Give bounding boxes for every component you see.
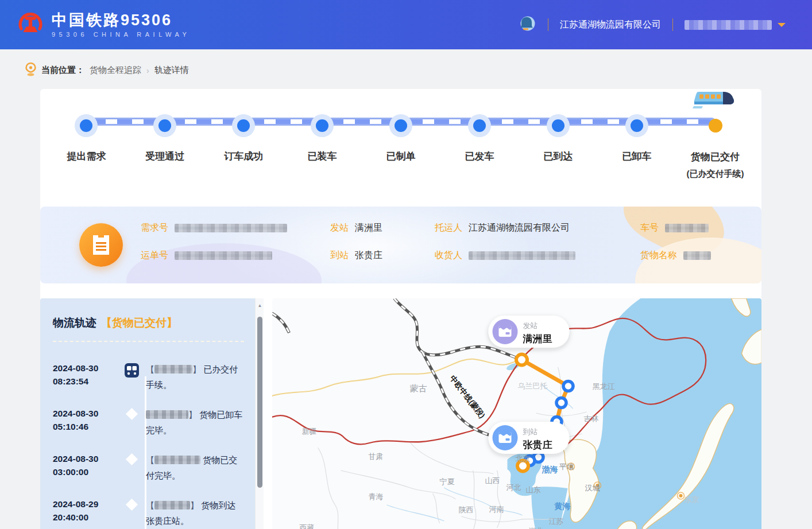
field-value: 满洲里 [355, 222, 382, 234]
china-railway-logo-icon [17, 10, 44, 39]
station-name-redacted [154, 501, 190, 509]
progress-step: 货物已交付(已办交付手续) [676, 114, 755, 180]
progress-dot [80, 119, 92, 132]
location-pin-icon [25, 63, 36, 78]
map-label: 陕西 [459, 505, 474, 514]
field-value-redacted [683, 251, 711, 260]
map-label: 山东 [526, 485, 541, 494]
map-label: 湖北 [529, 527, 544, 529]
progress-step: 已发车 [440, 114, 519, 180]
panel-title: 物流轨迹 [53, 316, 96, 330]
tracking-event: 2024-08-2920:40:00【】 货物到达张贵庄站。 [53, 497, 244, 528]
progress-dot [237, 119, 250, 132]
header-divider [672, 18, 673, 31]
origin-tooltip[interactable]: 发站 满洲里 [489, 316, 570, 348]
progress-step-sublabel: (已办交付手续) [687, 169, 744, 180]
diamond-marker [119, 497, 144, 528]
route-endpoint-marker[interactable] [516, 355, 527, 365]
field-label: 到站 [330, 250, 349, 262]
map-label: 黄海 [554, 501, 571, 511]
header-divider [548, 18, 548, 31]
progress-dot [316, 119, 328, 132]
shipment-field: 需求号 [141, 222, 330, 234]
progress-dot [552, 119, 564, 132]
progress-step-label: 已卸车 [622, 150, 651, 163]
map-label: 蒙古 [410, 383, 427, 393]
map-label: 北京 [516, 454, 531, 463]
tracking-panel: 物流轨迹 【货物已交付】 2024-08-3008:23:54【】 已办交付手续… [40, 298, 264, 529]
progress-dot [709, 119, 722, 133]
progress-step-label: 已发车 [465, 150, 494, 163]
destination-tooltip[interactable]: 到站 张贵庄 [489, 422, 570, 454]
origin-station: 满洲里 [523, 333, 552, 344]
progress-dot [473, 119, 486, 132]
route-via-marker[interactable] [556, 398, 566, 408]
map-label: 甘肃 [369, 452, 384, 461]
field-label: 需求号 [141, 222, 168, 234]
tracking-event: 2024-08-3008:23:54【】 已办交付手续。 [53, 361, 244, 392]
city-dot [679, 494, 683, 497]
event-text: 【】 已办交付手续。 [146, 361, 244, 392]
map-label: 吉林 [584, 414, 599, 423]
route-map[interactable]: 中欧中线(蒙段) 蒙古乌兰巴托新疆甘肃青海西藏宁夏陕西山西河北山东河南湖北安徽江… [272, 298, 761, 529]
user-menu[interactable] [685, 20, 786, 30]
progress-step: 已制单 [362, 114, 440, 180]
progress-dot [631, 119, 643, 132]
shipment-info-card: 需求号发站满洲里托运人江苏通湖物流园有限公司车号运单号到站张贵庄收货人货物名称 [40, 207, 761, 283]
map-label: 河南 [489, 505, 504, 514]
field-value: 张贵庄 [355, 250, 382, 262]
progress-step: 已装车 [283, 114, 362, 180]
content-card: 提出需求受理通过订车成功已装车已制单已发车已到达已卸车货物已交付(已办交付手续)… [40, 89, 761, 529]
event-datetime: 2024-08-3003:00:00 [53, 452, 121, 483]
progress-step-label: 提出需求 [67, 150, 106, 163]
train-icon [693, 88, 735, 113]
map-label: 江苏 [549, 517, 564, 526]
progress-step: 已卸车 [597, 114, 676, 180]
tracking-event: 2024-08-3003:00:00【 货物已交付完毕。 [53, 452, 244, 483]
breadcrumb-link-tracking[interactable]: 货物全程追踪 [90, 65, 141, 76]
waybill-document-icon [79, 223, 123, 267]
progress-step: 受理通过 [126, 114, 204, 180]
shipment-field: 收货人 [435, 250, 640, 262]
station-name-redacted [154, 456, 200, 464]
map-label: 汉城 [585, 484, 600, 492]
progress-step-label: 受理通过 [145, 150, 184, 163]
station-name-redacted [146, 410, 188, 419]
app-subtitle: 95306 CHINA RAILWAY [52, 31, 190, 38]
progress-timeline: 提出需求受理通过订车成功已装车已制单已发车已到达已卸车货物已交付(已办交付手续) [40, 89, 761, 199]
destination-label: 到站 [523, 427, 538, 436]
dashed-divider [53, 341, 244, 342]
diamond-marker [119, 407, 144, 438]
station-name-redacted [154, 365, 192, 374]
event-text: 】 货物已卸车完毕。 [146, 407, 244, 438]
shipment-field: 到站张贵庄 [330, 250, 435, 262]
panel-scrollbar[interactable]: ▲ [255, 298, 264, 529]
diamond-marker [119, 452, 144, 483]
chevron-down-icon [778, 23, 786, 31]
progress-dot [395, 119, 407, 132]
route-via-marker[interactable] [563, 382, 573, 391]
field-label: 收货人 [435, 250, 462, 262]
notification-bell-icon[interactable] [516, 13, 536, 36]
shipment-field: 车号 [640, 222, 761, 234]
event-text: 【】 货物到达张贵庄站。 [146, 497, 244, 528]
company-name: 江苏通湖物流园有限公司 [560, 19, 661, 31]
map-label: 东京 [685, 495, 699, 504]
event-datetime: 2024-08-3008:23:54 [53, 361, 121, 392]
breadcrumb-label: 当前位置： [41, 65, 84, 76]
field-value-redacted [469, 251, 575, 260]
progress-step-label: 已装车 [308, 150, 337, 163]
field-value-redacted [175, 224, 287, 232]
field-label: 车号 [640, 222, 659, 234]
progress-step-label: 订车成功 [224, 150, 263, 163]
map-label: 乌兰巴托 [518, 382, 548, 390]
username-redacted [685, 20, 772, 30]
map-label: 青海 [369, 492, 384, 501]
app-title: 中国铁路95306 [52, 11, 190, 29]
progress-step-label: 货物已交付 [691, 150, 740, 164]
field-label: 托运人 [435, 222, 462, 234]
progress-step: 订车成功 [204, 114, 283, 180]
scrollbar-thumb[interactable] [257, 317, 262, 488]
scroll-up-icon[interactable]: ▲ [256, 303, 264, 308]
map-label: 新疆 [302, 427, 317, 435]
